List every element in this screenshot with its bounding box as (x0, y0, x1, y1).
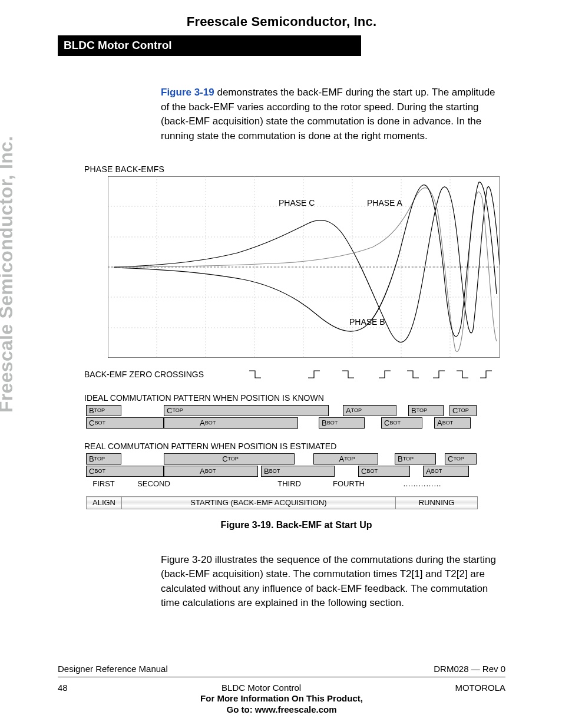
footer-center: BLDC Motor Control (222, 683, 301, 693)
footer-page-number: 48 (58, 683, 68, 693)
section-title-bar: BLDC Motor Control (58, 35, 361, 56)
paragraph-2: Figure 3-20 illustrates the sequence of … (161, 553, 503, 611)
footer-rule (58, 677, 505, 677)
footer-brand: MOTOROLA (455, 683, 505, 693)
footer-more-info: For More Information On This Product, Go… (58, 693, 505, 716)
company-header: Freescale Semiconductor, Inc. (58, 14, 505, 29)
ideal-top-row: BTOP CTOP ATOP BTOP CTOP (86, 405, 477, 416)
phase-a-label: PHASE A (367, 198, 403, 207)
footer-manual-title: Designer Reference Manual (58, 664, 168, 674)
footer-doc-rev: DRM028 — Rev 0 (434, 664, 505, 674)
phase-c-label: PHASE C (279, 198, 315, 207)
phase-b-label: PHASE B (349, 317, 385, 327)
ideal-pattern-title: IDEAL COMMUTATION PATTERN WHEN POSITION … (84, 393, 508, 403)
figure-caption: Figure 3-19. Back-EMF at Start Up (84, 520, 508, 531)
real-top-row: BTOP CTOP ATOP BTOP CTOP (86, 453, 477, 465)
paragraph-1: Figure 3-19 demonstrates the back-EMF du… (161, 85, 503, 144)
side-company-text: Freescale Semiconductor, Inc. (0, 136, 17, 413)
phase-backemf-label: PHASE BACK-EMFS (84, 164, 508, 174)
figure-3-19: PHASE BACK-EMFS (84, 164, 508, 531)
commutation-state-labels: FIRST SECOND THIRD FOURTH …………… (86, 479, 508, 488)
zero-crossings-label: BACK-EMF ZERO CROSSINGS (84, 370, 249, 379)
ideal-bot-row: CBOT ABOT BBOT CBOT ABOT (86, 417, 477, 429)
real-bot-row: CBOT ABOT BBOT CBOT ABOT (86, 466, 477, 477)
phase-state-row: ALIGN STARTING (BACK-EMF ACQUISITION) RU… (86, 496, 478, 509)
figure-ref-3-20: Figure 3-20 (161, 554, 212, 565)
footer-line-2: 48 BLDC Motor Control MOTOROLA (58, 683, 505, 693)
figure-ref-3-19: Figure 3-19 (161, 87, 214, 98)
footer-line-1: Designer Reference Manual DRM028 — Rev 0 (58, 664, 505, 674)
zero-crossings-marks (249, 368, 508, 380)
phase-backemf-chart: PHASE C PHASE A PHASE B (108, 176, 500, 358)
real-pattern-title: REAL COMMUTATION PATTERN WHEN POSITION I… (84, 442, 508, 451)
